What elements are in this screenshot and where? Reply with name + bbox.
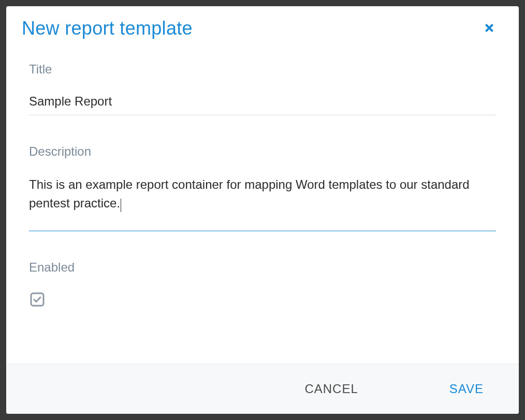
enabled-checkbox[interactable]: [29, 291, 46, 310]
enabled-field-group: Enabled: [29, 260, 496, 310]
new-report-template-modal: New report template Title Description Th…: [6, 6, 519, 414]
description-field-group: Description This is an example report co…: [29, 144, 496, 231]
description-input[interactable]: This is an example report container for …: [29, 174, 496, 231]
modal-header: New report template: [6, 6, 519, 47]
title-label: Title: [29, 62, 496, 77]
title-input[interactable]: [29, 92, 496, 115]
save-button[interactable]: SAVE: [445, 380, 488, 398]
title-field-group: Title: [29, 62, 496, 115]
description-label: Description: [29, 144, 496, 159]
cancel-button[interactable]: CANCEL: [300, 380, 362, 398]
close-button[interactable]: [480, 19, 498, 38]
modal-footer: CANCEL SAVE: [6, 364, 519, 414]
modal-body: Title Description This is an example rep…: [6, 47, 519, 364]
enabled-label: Enabled: [29, 260, 496, 275]
modal-title: New report template: [22, 18, 193, 39]
checkbox-checked-icon: [29, 291, 46, 310]
close-icon: [484, 22, 495, 35]
